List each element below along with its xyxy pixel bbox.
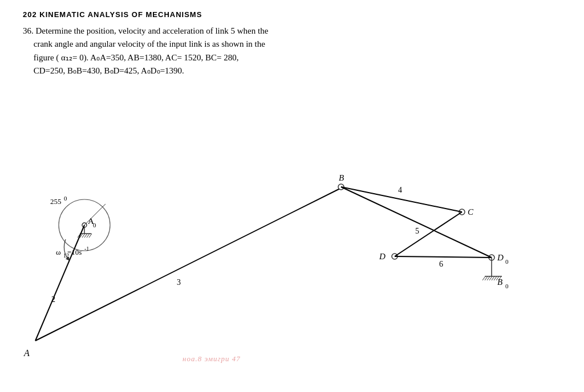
label-A: A (23, 348, 30, 358)
svg-line-14 (341, 187, 492, 258)
label-D0: D (497, 253, 504, 262)
problem-text-line2: crank angle and angular velocity of the … (34, 39, 265, 48)
angle-superscript: 0 (64, 195, 67, 202)
svg-line-11 (35, 225, 84, 341)
label-link3: 3 (177, 278, 181, 287)
chapter-header: 202 KINEMATIC ANALYSIS OF MECHANISMS (23, 10, 561, 19)
label-D0-sub: 0 (505, 258, 509, 265)
omega-symbol: ω (56, 248, 61, 256)
mechanism-diagram: A 0 255 0 A 2 3 ω 12 =10s -1 B C (0, 120, 584, 392)
problem-text-line4: CD=250, B₀B=430, B₀D=425, A₀D₀=1390. (34, 66, 184, 75)
diagram-area: A 0 255 0 A 2 3 ω 12 =10s -1 B C (0, 120, 584, 392)
label-C: C (468, 207, 474, 217)
svg-line-12 (35, 188, 341, 341)
label-A0-sub: 0 (93, 222, 96, 228)
label-link2: 2 (51, 295, 55, 304)
label-B0: B (497, 277, 502, 287)
svg-line-16 (395, 212, 462, 256)
problem-number: 36. (23, 26, 34, 35)
svg-line-15 (395, 256, 492, 258)
problem-statement: 36. Determine the position, velocity and… (23, 24, 561, 77)
faded-watermark: ноа.8 эмигри 47 (182, 354, 241, 364)
label-B0-sub: 0 (505, 283, 509, 289)
omega-equals: =10s (67, 248, 82, 256)
problem-text-line3: figure ( α₁₂= 0). A₀A=350, AB=1380, AC= … (34, 53, 239, 62)
label-D: D (379, 252, 386, 261)
label-link5: 5 (415, 227, 419, 235)
label-link4: 4 (398, 186, 402, 194)
label-link6: 6 (439, 260, 443, 268)
omega-superscript: -1 (84, 246, 89, 252)
label-B: B (339, 173, 344, 182)
problem-text-line1: Determine the position, velocity and acc… (36, 26, 269, 35)
angle-label: 255 (50, 197, 62, 206)
